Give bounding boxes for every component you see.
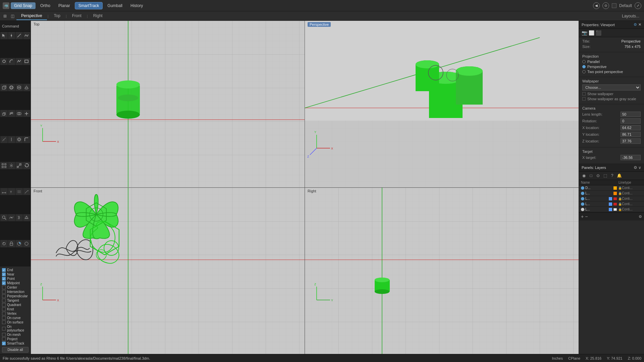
snap-knot-check[interactable] (2, 307, 6, 311)
snap-center-check[interactable] (2, 286, 6, 289)
tool-arc[interactable] (8, 58, 15, 65)
app-icon[interactable]: 🦏 (3, 2, 9, 9)
snap-midpoint-check[interactable] (2, 281, 6, 285)
rotation-input[interactable] (621, 118, 641, 124)
tab-top[interactable]: Top (49, 12, 65, 20)
history-button[interactable]: History (127, 2, 146, 9)
tool-rect[interactable] (23, 58, 31, 65)
tool-hatch[interactable] (15, 188, 23, 195)
viewport-right[interactable]: Y Z Right (305, 188, 579, 354)
tool-lock[interactable] (8, 240, 15, 247)
snap-on-surface-check[interactable] (2, 320, 6, 324)
vp-icon-render[interactable]: ⬜ (589, 30, 594, 36)
tool-trim[interactable] (0, 136, 8, 143)
viewport-front[interactable]: X Z Front (31, 188, 305, 354)
vp-icon-shaded[interactable]: ⬛ (596, 30, 601, 36)
gumball-button[interactable]: Gumball (104, 2, 126, 9)
tool-line[interactable] (15, 32, 23, 39)
snap-knot[interactable]: Knot (2, 307, 29, 311)
tool-array[interactable] (0, 162, 8, 169)
snap-point-check[interactable] (2, 277, 6, 281)
snap-perpendicular-check[interactable] (2, 294, 6, 298)
tab-icon-1[interactable]: ⊞ (1, 13, 9, 19)
snap-on-mesh[interactable]: On mesh (2, 333, 29, 337)
tab-perspective[interactable]: Perspective (16, 12, 47, 20)
tool-rotate[interactable] (23, 162, 31, 169)
snap-on-curve-check[interactable] (2, 316, 6, 320)
layer-icon-5[interactable]: ? (609, 173, 615, 179)
snap-center[interactable]: Center (2, 285, 29, 290)
tool-loft[interactable] (8, 110, 15, 117)
tool-material[interactable] (23, 240, 31, 247)
radio-perspective[interactable]: Perspective (582, 65, 641, 69)
xtarget-input[interactable] (621, 155, 641, 160)
layer-row-0[interactable]: D... 🔒 Conti... (579, 185, 644, 191)
layers-collapse-icon[interactable]: ∨ (638, 165, 641, 170)
show-grayscale-row[interactable]: Show wallpaper as gray scale (582, 97, 641, 101)
radio-twopoint[interactable]: Two point perspective (582, 70, 641, 74)
planar-button[interactable]: Planar (55, 2, 73, 9)
tool-zebra[interactable] (15, 214, 23, 222)
snap-tangent-check[interactable] (2, 299, 6, 302)
snap-intersection[interactable]: Intersection (2, 290, 29, 294)
layouts-button[interactable]: Layouts... (619, 13, 643, 19)
tool-mirror[interactable] (8, 162, 15, 169)
layers-settings-icon[interactable]: ⚙ (634, 165, 637, 170)
snap-vertex-check[interactable] (2, 312, 6, 315)
snap-quadrant[interactable]: Quadrant (2, 303, 29, 307)
grid-snap-button[interactable]: Grid Snap (11, 2, 36, 9)
snap-tangent[interactable]: Tangent (2, 298, 29, 303)
layer-row-1[interactable]: L... 🔒 Conti... (579, 191, 644, 196)
tool-offset[interactable] (15, 136, 23, 143)
tool-extrude[interactable] (0, 110, 8, 117)
tab-right[interactable]: Right (89, 12, 107, 20)
disable-all-button[interactable]: Disable all (2, 347, 29, 353)
tool-scale[interactable] (15, 162, 23, 169)
tool-color[interactable] (15, 240, 23, 247)
tool-split[interactable] (8, 136, 15, 143)
tool-move[interactable] (23, 110, 31, 117)
layers-add-icon[interactable]: + (581, 214, 584, 219)
snap-intersection-check[interactable] (2, 290, 6, 294)
layer-icon-6[interactable]: 🔔 (616, 173, 622, 179)
tab-front[interactable]: Front (67, 12, 86, 20)
tool-leader[interactable] (23, 188, 31, 195)
layers-options-icon[interactable]: ⚙ (639, 215, 642, 219)
prop-icon-2[interactable]: ✕ (638, 22, 641, 27)
snap-on-curve[interactable]: On curve (2, 316, 29, 320)
layer-icon-3[interactable]: ⊙ (595, 173, 601, 179)
snap-near[interactable]: Near (2, 272, 29, 277)
snap-point[interactable]: Point (2, 277, 29, 281)
tool-boolean[interactable] (15, 110, 23, 117)
snap-on-surface[interactable]: On surface (2, 320, 29, 324)
vp-icon-camera[interactable]: 📷 (582, 30, 587, 36)
layers-remove-icon[interactable]: − (585, 214, 588, 219)
lens-input[interactable] (621, 112, 641, 117)
tool-point[interactable] (8, 32, 15, 39)
tool-fillet[interactable] (23, 136, 31, 143)
expand-btn[interactable]: ⤢ (635, 2, 641, 9)
snap-on-polysurface[interactable]: On polysurface (2, 324, 29, 333)
tool-cylinder[interactable] (15, 84, 23, 91)
snap-on-mesh-check[interactable] (2, 333, 6, 337)
layer-icon-2[interactable]: □ (588, 173, 594, 179)
layer-row-2[interactable]: L... 🔒 Conti... (579, 196, 644, 201)
zloc-input[interactable] (621, 138, 641, 144)
show-wallpaper-row[interactable]: Show wallpaper (582, 92, 641, 96)
snap-smarttrack[interactable]: SmartTrack (2, 341, 29, 346)
viewport-top[interactable]: X Y Top (31, 21, 305, 187)
tool-cone[interactable] (23, 84, 31, 91)
tool-box[interactable] (0, 84, 8, 91)
tool-mesh[interactable] (23, 214, 31, 222)
command-box[interactable]: Command (0, 21, 31, 32)
tool-text[interactable]: T (8, 188, 15, 195)
snap-end[interactable]: End (2, 268, 29, 272)
snap-vertex[interactable]: Vertex (2, 311, 29, 316)
snap-project-check[interactable] (2, 337, 6, 341)
prop-icon-1[interactable]: ⚙ (634, 22, 637, 27)
snap-quadrant-check[interactable] (2, 303, 6, 307)
tool-curvature[interactable] (8, 214, 15, 222)
wallpaper-select[interactable]: Choose... (582, 84, 641, 90)
radio-parallel[interactable]: Parallel (582, 60, 641, 64)
snap-on-polysurface-check[interactable] (2, 327, 6, 330)
